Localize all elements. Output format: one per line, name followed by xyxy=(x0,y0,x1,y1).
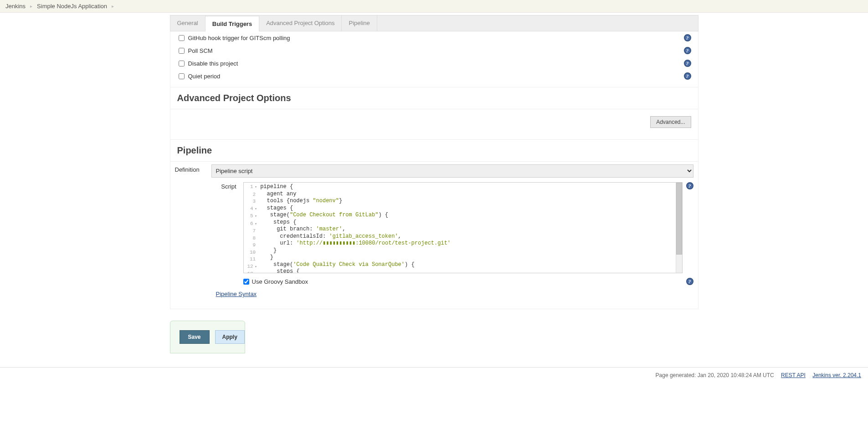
github-hook-label: GitHub hook trigger for GITScm polling xyxy=(188,35,290,41)
tab-advanced[interactable]: Advanced Project Options xyxy=(259,15,342,31)
button-bar: Save Apply xyxy=(170,321,245,353)
code-content[interactable]: pipeline { agent any tools {nodejs "node… xyxy=(258,183,675,273)
config-tabs: General Build Triggers Advanced Project … xyxy=(170,15,699,31)
scroll-thumb[interactable] xyxy=(676,183,682,255)
sandbox-label: Use Groovy Sandbox xyxy=(252,278,308,285)
help-icon[interactable]: ? xyxy=(684,72,691,80)
rest-api-link[interactable]: REST API xyxy=(781,372,806,378)
help-icon[interactable]: ? xyxy=(686,278,693,285)
sandbox-checkbox[interactable] xyxy=(243,279,249,285)
help-icon[interactable]: ? xyxy=(684,47,691,54)
pipeline-heading: Pipeline xyxy=(170,139,698,162)
advanced-button[interactable]: Advanced... xyxy=(650,116,691,128)
help-icon[interactable]: ? xyxy=(684,34,691,41)
script-label: Script xyxy=(216,182,243,190)
script-editor[interactable]: 1▾234▾5▾6▾789101112▾13▾14▾1516▾17 pipeli… xyxy=(243,182,683,273)
tab-pipeline[interactable]: Pipeline xyxy=(342,15,377,31)
definition-select[interactable]: Pipeline script xyxy=(211,164,693,178)
page-footer: Page generated: Jan 20, 2020 10:48:24 AM… xyxy=(0,367,868,383)
disable-project-checkbox[interactable] xyxy=(179,61,185,66)
breadcrumb: Jenkins ▸ Simple NodeJs Application ▸ xyxy=(0,0,868,13)
scrollbar[interactable]: ▴ xyxy=(676,183,682,273)
breadcrumb-project[interactable]: Simple NodeJs Application xyxy=(37,3,107,10)
help-icon[interactable]: ? xyxy=(686,182,693,189)
pipeline-syntax-link[interactable]: Pipeline Syntax xyxy=(216,291,257,297)
save-button[interactable]: Save xyxy=(180,330,210,344)
tab-build-triggers[interactable]: Build Triggers xyxy=(205,16,259,31)
github-hook-checkbox[interactable] xyxy=(179,35,185,41)
version-link[interactable]: Jenkins ver. 2.204.1 xyxy=(812,372,861,378)
help-icon[interactable]: ? xyxy=(684,60,691,67)
quiet-period-checkbox[interactable] xyxy=(179,73,185,79)
breadcrumb-root[interactable]: Jenkins xyxy=(5,3,26,10)
poll-scm-label: Poll SCM xyxy=(188,47,213,54)
tab-general[interactable]: General xyxy=(170,15,205,31)
apply-button[interactable]: Apply xyxy=(215,330,245,344)
disable-project-label: Disable this project xyxy=(188,60,238,67)
line-gutter: 1▾234▾5▾6▾789101112▾13▾14▾1516▾17 xyxy=(244,183,259,273)
poll-scm-checkbox[interactable] xyxy=(179,48,185,54)
chevron-right-icon: ▸ xyxy=(107,4,118,9)
chevron-right-icon: ▸ xyxy=(26,4,37,9)
definition-label: Definition xyxy=(175,164,211,173)
generated-timestamp: Page generated: Jan 20, 2020 10:48:24 AM… xyxy=(656,372,774,378)
advanced-options-heading: Advanced Project Options xyxy=(170,87,698,109)
quiet-period-label: Quiet period xyxy=(188,73,221,80)
